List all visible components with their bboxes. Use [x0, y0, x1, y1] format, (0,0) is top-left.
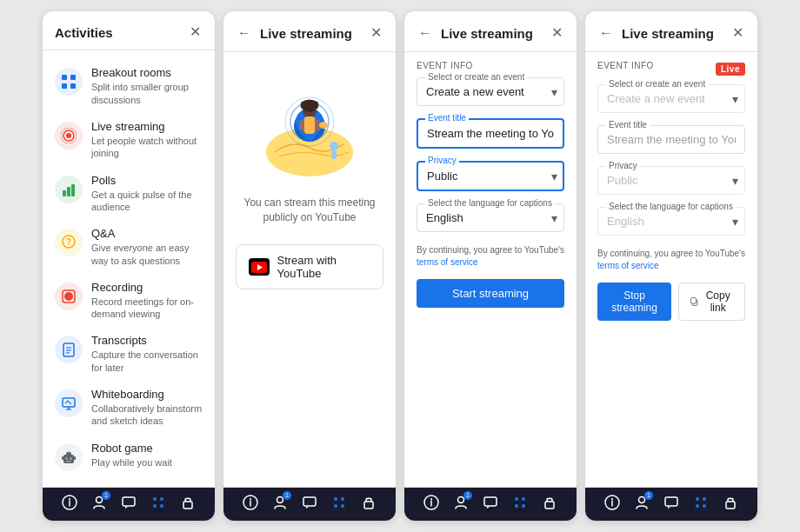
activity-item-whiteboard[interactable]: Whiteboarding Collaboratively brainstorm… [43, 381, 215, 435]
event-title-input[interactable] [417, 118, 564, 149]
copy-link-button[interactable]: Copy link [678, 283, 745, 321]
activity-name-transcripts: Transcripts [91, 334, 203, 347]
svg-point-32 [97, 496, 103, 502]
activity-item-polls[interactable]: Polls Get a quick pulse of the audience [43, 167, 215, 221]
svg-rect-27 [62, 456, 63, 460]
activity-desc-robot: Play while you wait [91, 456, 172, 469]
activity-desc-streaming: Let people watch without joining [91, 135, 203, 160]
panel1-close-button[interactable]: ✕ [188, 23, 203, 41]
activity-name-qa: Q&A [91, 227, 203, 240]
svg-point-24 [65, 457, 68, 460]
toolbar-chat-2[interactable] [302, 495, 317, 514]
svg-point-73 [522, 504, 525, 508]
activity-item-breakout[interactable]: Breakout rooms Split into smaller group … [43, 59, 215, 113]
svg-point-85 [703, 504, 706, 508]
panel4-captions-label: Select the language for captions [606, 202, 736, 211]
activity-icon-qa: ? [55, 229, 83, 256]
activity-item-transcripts[interactable]: Transcripts Capture the conversation for… [43, 327, 215, 381]
activity-item-robot[interactable]: Robot game Play while you wait [43, 435, 215, 478]
panel1-header: Activities ✕ [43, 11, 215, 50]
streaming-desc-text: You can stream this meeting publicly on … [223, 196, 396, 239]
toolbar-chat-3[interactable] [483, 495, 498, 514]
svg-rect-74 [545, 502, 554, 509]
activity-item-qa[interactable]: ? Q&A Give everyone an easy way to ask q… [43, 220, 215, 274]
svg-point-36 [153, 504, 157, 508]
svg-point-60 [334, 497, 337, 501]
svg-rect-76 [691, 298, 697, 304]
toolbar-people-1[interactable]: 1 [91, 495, 107, 514]
panel4-close-button[interactable]: ✕ [730, 24, 745, 42]
activity-item-recording[interactable]: Recording Record meetings for on-demand … [43, 274, 215, 328]
activity-name-robot: Robot game [91, 442, 172, 455]
panel2-toolbar: 1 [223, 487, 396, 521]
activity-text-qa: Q&A Give everyone an easy way to ask que… [91, 227, 203, 267]
panel4-terms-link[interactable]: terms of service [597, 261, 659, 270]
svg-point-71 [522, 497, 525, 501]
panel3-close-button[interactable]: ✕ [550, 24, 564, 42]
event-title-label: Event title [425, 113, 469, 123]
svg-point-72 [515, 504, 518, 508]
activity-icon-transcripts [55, 336, 83, 363]
svg-point-23 [68, 451, 70, 453]
toolbar-lock-4[interactable] [723, 495, 738, 514]
svg-rect-52 [331, 150, 337, 159]
svg-point-70 [515, 497, 518, 501]
panel2-close-button[interactable]: ✕ [369, 24, 383, 42]
streaming-illustration-svg [257, 87, 362, 183]
toolbar-lock-3[interactable] [542, 495, 557, 514]
panel4-back-button[interactable]: ← [597, 23, 615, 43]
toolbar-lock-1[interactable] [180, 495, 196, 514]
activity-text-streaming: Live streaming Let people watch without … [91, 120, 203, 160]
stream-youtube-button[interactable]: Stream with YouTube [236, 244, 383, 289]
start-streaming-button[interactable]: Start streaming [417, 279, 564, 308]
activity-icon-robot [55, 443, 83, 471]
svg-rect-86 [726, 502, 735, 509]
svg-point-82 [696, 497, 699, 501]
activity-item-streaming[interactable]: Live streaming Let people watch without … [43, 113, 215, 167]
activity-icon-breakout [55, 68, 83, 96]
panel4-event-title-field: Event title [597, 125, 745, 154]
svg-rect-49 [304, 116, 315, 134]
activity-icon-recording [55, 283, 83, 310]
panel3-back-button[interactable]: ← [417, 23, 434, 43]
copy-icon [690, 296, 698, 308]
svg-rect-33 [123, 497, 135, 506]
privacy-select-wrapper: Public ▾ [417, 161, 564, 191]
svg-point-58 [277, 496, 283, 502]
stop-streaming-button[interactable]: Stop streaming [597, 283, 671, 321]
toolbar-info-2[interactable] [243, 495, 258, 514]
svg-point-84 [696, 504, 699, 508]
toolbar-activities-3[interactable] [512, 495, 528, 514]
activity-text-breakout: Breakout rooms Split into smaller group … [91, 66, 203, 106]
toolbar-chat-1[interactable] [121, 495, 137, 514]
panel4-event-info-row: EVENT INFO Live [597, 61, 745, 77]
activity-desc-recording: Record meetings for on-demand viewing [91, 296, 203, 321]
toolbar-info-4[interactable] [604, 495, 620, 514]
privacy-select[interactable]: Public [417, 161, 564, 191]
panel2-back-button[interactable]: ← [236, 23, 253, 43]
toolbar-activities-4[interactable] [693, 495, 709, 514]
privacy-label: Privacy [425, 156, 459, 165]
panel4-event-title-label: Event title [606, 120, 650, 130]
toolbar-people-4[interactable]: 1 [634, 495, 650, 514]
toolbar-activities-1[interactable] [150, 495, 166, 514]
terms-link[interactable]: terms of service [417, 257, 478, 267]
panel1-title: Activities [55, 25, 113, 40]
activity-name-recording: Recording [91, 281, 203, 294]
toolbar-info-3[interactable] [423, 495, 439, 514]
svg-rect-9 [71, 184, 75, 196]
toolbar-people-3[interactable]: 1 [453, 495, 469, 514]
svg-point-57 [250, 498, 251, 500]
toolbar-people-2[interactable]: 1 [272, 495, 288, 514]
toolbar-activities-2[interactable] [331, 495, 347, 514]
toolbar-chat-4[interactable] [663, 495, 679, 514]
svg-point-37 [160, 504, 163, 508]
svg-point-34 [153, 497, 157, 501]
terms-text: By continuing, you agree to YouTube's [417, 245, 564, 255]
activity-desc-whiteboard: Collaboratively brainstorm and sketch id… [91, 402, 203, 428]
panel4-terms-note: By continuing, you agree to YouTube's te… [597, 248, 745, 272]
streaming-illustration [223, 61, 396, 196]
panel3-toolbar: 1 [404, 487, 577, 521]
toolbar-info-1[interactable] [62, 495, 77, 514]
toolbar-lock-2[interactable] [361, 495, 377, 514]
